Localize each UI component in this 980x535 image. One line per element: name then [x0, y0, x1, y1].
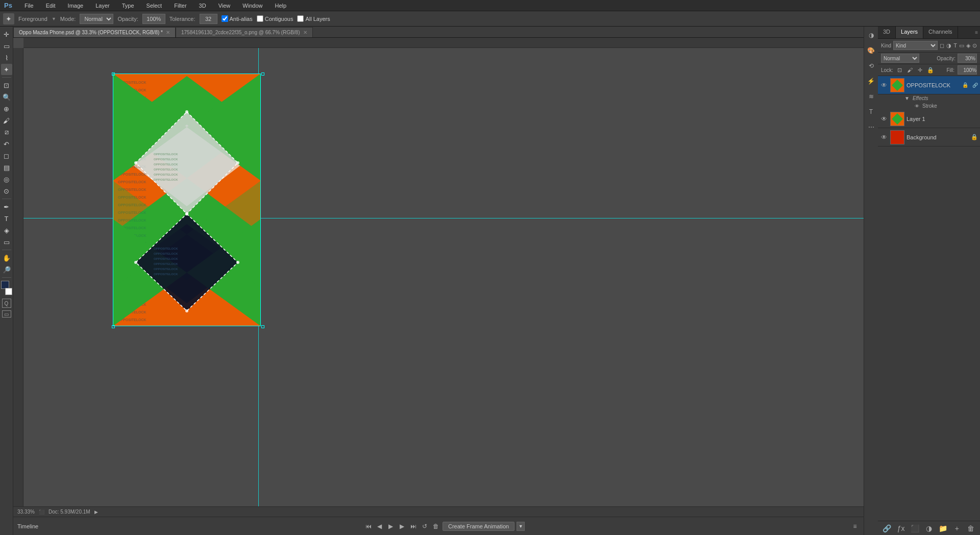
type-tool[interactable]: T [1, 213, 12, 224]
screen-mode-btn[interactable]: ▭ [2, 310, 11, 318]
path-tool[interactable]: ◈ [1, 225, 12, 236]
menu-window[interactable]: Window [240, 2, 264, 10]
tab-2-close[interactable]: ✕ [303, 30, 307, 35]
marquee-tool[interactable]: ▭ [1, 40, 12, 52]
menu-edit[interactable]: Edit [44, 2, 58, 10]
zoom-icon[interactable]: ⬛ [39, 509, 44, 515]
panel-btn-2[interactable]: 🎨 [866, 45, 877, 56]
opacity-value[interactable] [958, 54, 977, 63]
filter-type-icon[interactable]: T [953, 42, 957, 48]
timeline-first-frame[interactable]: ⏮ [364, 522, 373, 531]
timeline-last-frame[interactable]: ⏭ [409, 522, 418, 531]
lock-all-btn[interactable]: 🔒 [927, 66, 934, 74]
layer-item-oppositelock[interactable]: 👁 OPPOSITELOCK 🔒 🔗 [878, 76, 980, 94]
panel-btn-5[interactable]: ≋ [866, 91, 877, 102]
timeline-settings[interactable]: ≡ [850, 522, 860, 531]
tab-1[interactable]: Oppo Mazda Phone.psd @ 33.3% (OPPOSITELO… [13, 27, 176, 37]
stroke-visibility-icon[interactable]: 👁 [915, 104, 919, 109]
layer-item-background[interactable]: 👁 Background 🔒 [878, 128, 980, 147]
canvas-area[interactable]: OPPOSITELOCK OPPOSITELOCK OPPOSITELOCK O… [13, 38, 864, 506]
magic-wand-icon[interactable]: ✦ [3, 13, 14, 25]
new-group-btn[interactable]: 📁 [938, 523, 948, 533]
timeline-play[interactable]: ▶ [386, 522, 396, 531]
panel-menu-icon[interactable]: ≡ [975, 30, 978, 35]
menu-view[interactable]: View [216, 2, 233, 10]
opacity-input[interactable] [142, 14, 165, 24]
shape-tool[interactable]: ▭ [1, 236, 12, 248]
timeline-next-frame[interactable]: ▶ [398, 522, 407, 531]
effects-row[interactable]: ▼ Effects [878, 94, 980, 102]
quick-mask-btn[interactable]: Q [2, 299, 11, 308]
menu-3d[interactable]: 3D [197, 2, 208, 10]
layer-visibility-background[interactable]: 👁 [880, 133, 888, 141]
lock-transparent-btn[interactable]: ⊡ [896, 66, 903, 74]
all-layers-checkbox[interactable]: All Layers [297, 15, 330, 22]
expand-icon[interactable]: ▶ [94, 509, 98, 515]
mode-select[interactable]: Normal [80, 14, 113, 24]
dodge-tool[interactable]: ⊙ [1, 185, 12, 197]
hand-tool[interactable]: ✋ [1, 252, 12, 263]
tab-channels[interactable]: Channels [923, 27, 958, 38]
timeline-dropdown[interactable]: ▼ [517, 522, 525, 531]
menu-image[interactable]: Image [66, 2, 86, 10]
filter-toggle[interactable]: ⊙ [972, 42, 977, 49]
anti-alias-checkbox[interactable]: Anti-alias [222, 15, 253, 22]
filter-pixel-icon[interactable]: ◻ [940, 42, 944, 49]
layer-visibility-1[interactable]: 👁 [880, 115, 888, 123]
filter-smart-icon[interactable]: ◈ [966, 42, 970, 49]
eyedropper-tool[interactable]: 🔍 [1, 91, 12, 103]
timeline-prev-frame[interactable]: ◀ [375, 522, 384, 531]
blur-tool[interactable]: ◎ [1, 174, 12, 185]
layer-visibility-oppositelock[interactable]: 👁 [880, 81, 888, 89]
effects-toggle-icon[interactable]: ▼ [904, 95, 910, 101]
tab-layers[interactable]: Layers [896, 27, 923, 38]
menu-filter[interactable]: Filter [172, 2, 188, 10]
menu-type[interactable]: Type [120, 2, 136, 10]
color-swatches[interactable] [0, 281, 13, 296]
lock-position-btn[interactable]: ✛ [917, 66, 924, 74]
brush-tool[interactable]: 🖌 [1, 115, 12, 126]
menu-layer[interactable]: Layer [93, 2, 112, 10]
new-layer-btn[interactable]: + [952, 523, 962, 533]
panel-btn-1[interactable]: ◑ [866, 30, 877, 41]
heal-tool[interactable]: ⊕ [1, 103, 12, 114]
timeline-delete-frame[interactable]: 🗑 [431, 522, 440, 531]
gradient-tool[interactable]: ▤ [1, 162, 12, 173]
create-frame-animation-btn[interactable]: Create Frame Animation [443, 522, 514, 531]
add-mask-btn[interactable]: ⬛ [910, 523, 920, 533]
menu-select[interactable]: Select [144, 2, 164, 10]
panel-btn-4[interactable]: ⚡ [866, 76, 877, 87]
panel-btn-3[interactable]: ⟲ [866, 60, 877, 71]
tab-1-close[interactable]: ✕ [166, 30, 170, 35]
delete-layer-btn[interactable]: 🗑 [966, 523, 976, 533]
lasso-tool[interactable]: ⌇ [1, 52, 12, 63]
clone-tool[interactable]: ⧄ [1, 127, 12, 138]
lock-image-btn[interactable]: 🖌 [906, 66, 914, 74]
stroke-effect-row[interactable]: 👁 Stroke [878, 102, 980, 110]
magic-wand-tool[interactable]: ✦ [1, 64, 12, 75]
tab-2[interactable]: 17584196130_2cdce22f35_o.png @ 66.7% (RG… [176, 27, 313, 37]
panel-btn-7[interactable]: ⋯ [866, 121, 877, 133]
add-style-btn[interactable]: ƒx [896, 523, 906, 533]
filter-adjust-icon[interactable]: ◑ [946, 42, 951, 49]
blend-mode-select[interactable]: Normal [881, 54, 919, 63]
panel-btn-6[interactable]: T [866, 106, 877, 117]
zoom-tool[interactable]: 🔎 [1, 264, 12, 275]
tool-dropdown-icon[interactable]: ▼ [52, 16, 56, 21]
link-layers-btn[interactable]: 🔗 [882, 523, 892, 533]
eraser-tool[interactable]: ◻ [1, 150, 12, 161]
kind-select[interactable]: Kind [893, 41, 938, 50]
move-tool[interactable]: ✛ [1, 29, 12, 40]
timeline-loop-toggle[interactable]: ↺ [420, 522, 429, 531]
add-adjustment-btn[interactable]: ◑ [924, 523, 934, 533]
menu-file[interactable]: File [22, 2, 36, 10]
crop-tool[interactable]: ⊡ [1, 80, 12, 91]
history-tool[interactable]: ↶ [1, 138, 12, 150]
background-color[interactable] [5, 288, 12, 295]
menu-help[interactable]: Help [273, 2, 288, 10]
fill-value[interactable] [958, 65, 977, 75]
tab-3d[interactable]: 3D [878, 27, 896, 38]
tolerance-input[interactable] [200, 14, 217, 24]
layer-item-1[interactable]: 👁 Layer 1 [878, 110, 980, 128]
filter-shape-icon[interactable]: ▭ [959, 42, 964, 49]
